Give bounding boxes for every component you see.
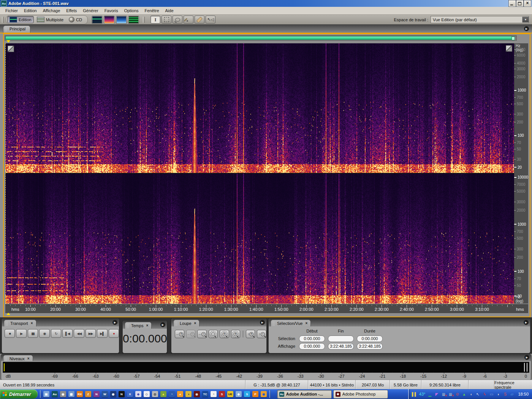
zend-icon[interactable]: Z: [85, 391, 91, 397]
timeline-scrollbar-track[interactable]: [5, 35, 517, 41]
folder-sync-icon[interactable]: ▱: [509, 391, 515, 397]
globe-app-icon[interactable]: ◔: [169, 391, 175, 397]
close-icon[interactable]: ×: [146, 323, 148, 328]
camera-app-icon[interactable]: ◎: [152, 391, 158, 397]
workspace-select[interactable]: Vue Edition (par défaut) ▼: [431, 16, 529, 23]
scrollbar-end-cap[interactable]: [511, 36, 515, 40]
menu-effets[interactable]: Effets: [63, 8, 80, 14]
firefox-icon[interactable]: ◕: [177, 391, 183, 397]
menu-aide[interactable]: Aide: [162, 8, 177, 14]
diamond-app-icon[interactable]: ◇: [144, 391, 150, 397]
effects-paintbrush-tool-button[interactable]: [184, 16, 193, 24]
record-button[interactable]: ●: [109, 329, 119, 338]
marquee-selection-tool-button[interactable]: [162, 16, 171, 24]
sbp-tray-icon[interactable]: S: [502, 391, 508, 397]
spectral-pan-view-button[interactable]: [116, 16, 127, 24]
onenote-icon[interactable]: N: [93, 391, 100, 397]
spectrogram-left-channel[interactable]: [5, 43, 514, 173]
spot-healing-tool-button[interactable]: [195, 16, 204, 24]
zoom-in-vertical-button[interactable]: ↕+: [246, 330, 255, 338]
playhead-marker-bottom[interactable]: [6, 313, 10, 315]
fast-forward-button[interactable]: ▶▶: [86, 329, 96, 338]
zoom-in-selection-right-button[interactable]: +: [231, 330, 241, 338]
transport-tab[interactable]: Transport ×: [4, 320, 36, 326]
skype-icon[interactable]: S: [244, 391, 250, 397]
menu-favoris[interactable]: Favoris: [101, 8, 121, 14]
start-button[interactable]: Démarrer: [0, 390, 38, 399]
spectrogram-right-channel[interactable]: [5, 174, 514, 304]
zoom-tab[interactable]: Loupe ×: [173, 320, 200, 326]
panel-menu-icon[interactable]: ▶: [524, 26, 529, 31]
levels-tab[interactable]: Niveaux ×: [3, 355, 33, 361]
loop-play-button[interactable]: ↻: [51, 329, 61, 338]
timeline-scrollbar-thumb[interactable]: [5, 36, 512, 40]
blocked-device-icon[interactable]: ⊘: [454, 391, 460, 397]
phase-view-button[interactable]: [128, 16, 139, 24]
display-settings-icon[interactable]: ▭: [489, 391, 494, 397]
network-offline-icon-2[interactable]: ▦×: [448, 391, 453, 397]
selection-duree-field[interactable]: 0:00.000: [357, 336, 383, 342]
menu-fichier[interactable]: Fichier: [2, 8, 21, 14]
eject-icon[interactable]: ▲: [461, 391, 467, 397]
scanner-icon[interactable]: ◖: [468, 391, 473, 397]
minimize-button[interactable]: [509, 0, 516, 6]
waveform-view-button[interactable]: [92, 16, 103, 24]
time-tab[interactable]: Temps ×: [125, 322, 152, 329]
menu-affichage[interactable]: Affichage: [40, 8, 63, 14]
stop-button[interactable]: ■: [5, 329, 15, 338]
power-surge-icon[interactable]: ϟ: [482, 391, 487, 397]
scrub-tool-button[interactable]: ↖◁: [206, 16, 215, 24]
play-button[interactable]: ▶: [16, 329, 26, 338]
cd-mode-button[interactable]: CD: [66, 16, 84, 23]
rx-icon[interactable]: RX: [77, 391, 83, 397]
volume-pause-icon[interactable]: ▌▌: [412, 391, 417, 397]
panel-menu-icon[interactable]: ▶: [112, 320, 117, 325]
menu-generer[interactable]: Générer: [80, 8, 101, 14]
affichage-duree-field[interactable]: 3:22:48.185: [357, 343, 383, 350]
audition-icon[interactable]: Au: [52, 391, 58, 397]
close-button[interactable]: [524, 0, 531, 6]
panel-menu-icon[interactable]: ▶: [524, 320, 529, 325]
network-offline-icon[interactable]: ▦×: [441, 391, 446, 397]
moon-app-icon[interactable]: ◑: [185, 391, 192, 397]
pdf-icon[interactable]: P: [252, 391, 258, 397]
sbp-icon[interactable]: S: [219, 391, 225, 397]
zoom-out-full-button[interactable]: ↔−: [197, 330, 207, 338]
sparkle-app-icon[interactable]: ◆: [135, 391, 141, 397]
status-dash-icon[interactable]: ▁: [427, 391, 432, 397]
zoom-in-selection-left-button[interactable]: +: [220, 330, 229, 338]
flag-icon[interactable]: ◤: [434, 391, 439, 397]
close-icon[interactable]: ×: [194, 321, 196, 326]
chevron-down-icon[interactable]: ▼: [522, 17, 529, 22]
affichage-debut-field[interactable]: 0:00.000: [299, 343, 325, 350]
panel-menu-icon[interactable]: ▶: [524, 355, 529, 360]
notepad-icon[interactable]: N: [119, 391, 125, 397]
multipiste-mode-button[interactable]: Multipiste: [35, 16, 66, 23]
zoom-in-horizontal-button[interactable]: ↔+: [175, 330, 184, 338]
quicktime-icon[interactable]: ◆: [236, 391, 242, 397]
task-button-adobe-photoshop[interactable]: ◉Adobe Photoshop: [333, 390, 388, 399]
panel-menu-icon[interactable]: ▶: [260, 320, 265, 325]
total-commander-icon[interactable]: TC: [202, 391, 208, 397]
close-icon[interactable]: ×: [27, 356, 30, 361]
spectrogram-area[interactable]: [5, 43, 514, 304]
playhead-marker-top[interactable]: [6, 40, 10, 43]
player-classic-icon[interactable]: ◉: [60, 391, 66, 397]
word-icon[interactable]: W: [102, 391, 108, 397]
zoom-out-horizontal-button[interactable]: ↔−: [186, 330, 196, 338]
archiver-icon[interactable]: ▲: [160, 391, 166, 397]
corner-resize-icon-left[interactable]: [8, 46, 14, 52]
browser-icon[interactable]: ◉: [110, 391, 116, 397]
panel-menu-icon[interactable]: ▶: [160, 322, 165, 327]
selection-view-tab[interactable]: Sélection/Vue ×: [271, 320, 311, 326]
zoom-out-vertical-button[interactable]: ↕−: [257, 330, 266, 338]
play-spooled-button[interactable]: ◉: [39, 329, 49, 338]
corner-resize-icon-right[interactable]: [506, 45, 512, 52]
menu-edition[interactable]: Edition: [21, 8, 40, 14]
rewind-button[interactable]: ◀◀: [74, 329, 84, 338]
zoom-to-selection-button[interactable]: [209, 330, 218, 338]
pause-button[interactable]: ▮▮: [28, 329, 38, 338]
close-icon[interactable]: ×: [305, 321, 307, 326]
close-icon[interactable]: ×: [31, 321, 33, 326]
selection-debut-field[interactable]: 0:00.000: [299, 336, 325, 342]
